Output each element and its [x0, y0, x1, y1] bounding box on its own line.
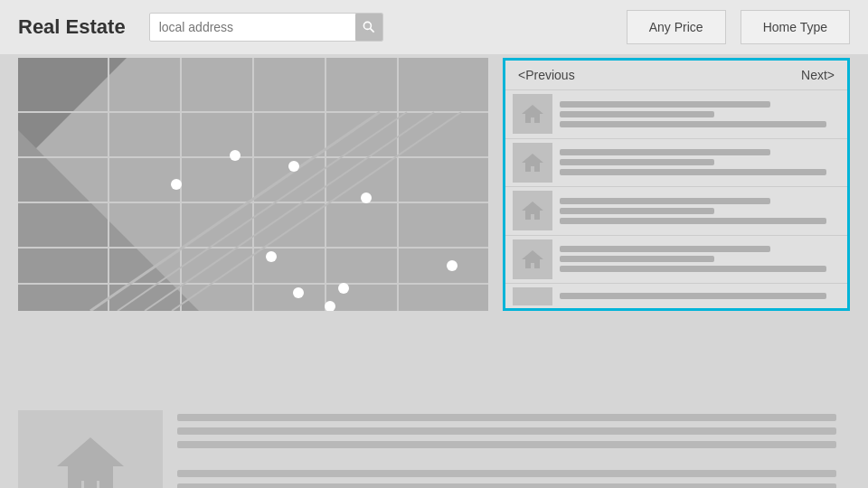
- detail-home-icon: [50, 428, 131, 488]
- detail-line: [177, 414, 836, 421]
- header: Real Estate Any Price Home Type: [0, 0, 868, 54]
- svg-point-20: [171, 179, 182, 190]
- main-content: <Previous Next>: [0, 58, 868, 401]
- svg-point-27: [338, 283, 349, 294]
- listing-thumbnail: [513, 239, 552, 279]
- home-icon: [520, 101, 545, 127]
- listing-line: [560, 101, 770, 108]
- detail-thumbnail: [18, 410, 163, 488]
- listing-line: [560, 218, 826, 224]
- listing-line: [560, 266, 826, 272]
- svg-point-19: [230, 150, 241, 161]
- home-icon: [520, 150, 545, 175]
- home-icon: [520, 198, 545, 223]
- list-item[interactable]: [505, 89, 847, 138]
- svg-marker-28: [522, 105, 543, 123]
- detail-line: [177, 427, 836, 435]
- listing-thumbnail: [513, 191, 552, 230]
- svg-point-22: [288, 161, 299, 172]
- listing-line: [560, 198, 770, 204]
- map-area[interactable]: [18, 58, 488, 311]
- listing-line: [560, 208, 714, 214]
- search-icon: [362, 20, 376, 34]
- listing-line: [560, 256, 714, 262]
- search-button[interactable]: [355, 14, 382, 41]
- listing-info-partial: [560, 293, 840, 299]
- list-item[interactable]: [505, 138, 847, 187]
- svg-point-24: [266, 251, 277, 262]
- svg-marker-29: [522, 154, 543, 172]
- home-icon: [520, 247, 545, 272]
- listing-thumbnail-partial: [513, 287, 552, 305]
- listing-line: [560, 121, 826, 127]
- detail-line: [177, 470, 836, 477]
- list-item[interactable]: [505, 186, 847, 235]
- list-item-partial: [505, 283, 847, 308]
- detail-line: [177, 441, 836, 448]
- svg-point-0: [363, 22, 371, 29]
- listings-nav: <Previous Next>: [505, 61, 847, 89]
- search-bar: [149, 13, 383, 42]
- next-button[interactable]: Next>: [801, 68, 835, 82]
- previous-button[interactable]: <Previous: [518, 68, 575, 82]
- svg-marker-30: [522, 202, 543, 220]
- listing-info: [560, 101, 840, 127]
- svg-point-23: [447, 260, 458, 271]
- listing-info: [560, 149, 840, 175]
- listing-thumbnail: [513, 143, 552, 183]
- search-input[interactable]: [159, 20, 350, 34]
- svg-point-25: [293, 287, 304, 298]
- detail-line: [177, 483, 836, 488]
- svg-marker-31: [522, 250, 543, 268]
- listing-line: [560, 111, 714, 117]
- svg-marker-32: [57, 437, 124, 488]
- detail-area: [0, 401, 868, 488]
- listing-line: [560, 149, 770, 155]
- app-title: Real Estate: [18, 15, 126, 39]
- detail-info: [177, 410, 850, 488]
- listing-info: [560, 246, 840, 272]
- price-filter-button[interactable]: Any Price: [627, 10, 726, 44]
- listing-line: [560, 169, 826, 175]
- home-type-filter-button[interactable]: Home Type: [741, 10, 850, 44]
- list-item[interactable]: [505, 235, 847, 284]
- listing-thumbnail: [513, 94, 552, 134]
- listings-panel: <Previous Next>: [503, 58, 850, 311]
- listing-line: [560, 159, 714, 165]
- listing-line: [560, 293, 826, 299]
- svg-point-21: [361, 192, 372, 203]
- listing-info: [560, 198, 840, 224]
- svg-rect-33: [84, 481, 97, 488]
- listing-line: [560, 246, 770, 252]
- svg-line-1: [370, 29, 373, 33]
